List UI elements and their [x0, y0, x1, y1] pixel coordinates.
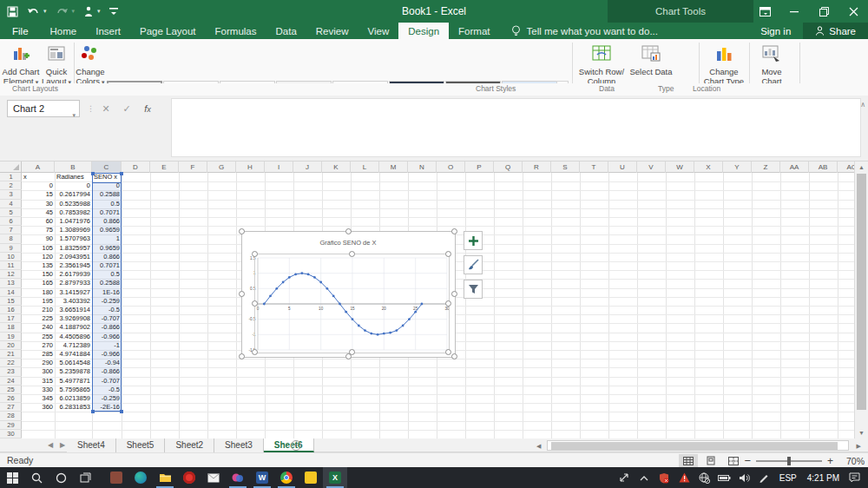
scroll-down-icon[interactable]: ▼	[857, 428, 866, 438]
cell-A6[interactable]: 60	[22, 217, 55, 226]
column-header-A[interactable]: A	[22, 162, 55, 173]
selection-handle[interactable]	[345, 228, 352, 234]
show-hidden-icons-icon[interactable]	[635, 467, 654, 488]
cell-B27[interactable]: 6.2831853	[55, 403, 92, 412]
row-header-19[interactable]: 19	[0, 333, 22, 341]
row-header-11[interactable]: 11	[0, 261, 22, 270]
cell-A23[interactable]: 300	[22, 367, 55, 376]
cell-A20[interactable]: 270	[22, 341, 55, 350]
row-header-21[interactable]: 21	[0, 350, 22, 359]
horizontal-scroll-thumb[interactable]	[551, 442, 838, 450]
row-header-8[interactable]: 8	[0, 234, 22, 243]
column-header-B[interactable]: B	[55, 162, 92, 173]
clock[interactable]: 4:21 PM	[802, 473, 845, 483]
cell-B22[interactable]: 5.0614548	[55, 359, 92, 367]
touch-mode-dropdown-icon[interactable]: ▾	[97, 8, 101, 15]
new-sheet-button[interactable]: +	[291, 440, 301, 451]
row-header-25[interactable]: 25	[0, 386, 22, 394]
row-header-2[interactable]: 2	[0, 181, 22, 190]
page-layout-view-button[interactable]	[701, 454, 720, 467]
cell-B24[interactable]: 5.4977871	[55, 377, 92, 386]
column-header-N[interactable]: N	[408, 162, 437, 173]
row-header-9[interactable]: 9	[0, 244, 22, 253]
row-header-30[interactable]: 30	[0, 430, 22, 439]
cell-B14[interactable]: 3.1415927	[55, 288, 92, 297]
cell-A14[interactable]: 180	[22, 288, 55, 297]
column-header-H[interactable]: H	[236, 162, 265, 173]
scroll-right-icon[interactable]: ▶	[857, 441, 861, 451]
row-header-24[interactable]: 24	[0, 377, 22, 386]
cell-B17[interactable]: 3.9269908	[55, 314, 92, 323]
cell-B11[interactable]: 2.3561945	[55, 261, 92, 270]
undo-dropdown-icon[interactable]: ▾	[43, 8, 47, 15]
start-button[interactable]	[0, 467, 24, 488]
selection-handle[interactable]	[445, 300, 451, 307]
column-header-K[interactable]: K	[322, 162, 351, 173]
remote-desktop-icon[interactable]	[615, 467, 635, 488]
formula-bar-collapse-icon[interactable]: ∧	[860, 101, 865, 109]
row-headers[interactable]: 1234567891011121314151617181920212223242…	[0, 173, 22, 439]
formula-input[interactable]	[171, 98, 861, 157]
column-header-U[interactable]: U	[608, 162, 637, 173]
cell-B4[interactable]: 0.5235988	[55, 200, 92, 208]
column-header-Z[interactable]: Z	[752, 162, 780, 173]
volume-icon[interactable]	[734, 467, 754, 488]
cell-A1[interactable]: x	[22, 173, 55, 181]
cell-B7[interactable]: 1.3089969	[55, 226, 92, 234]
zoom-slider[interactable]	[756, 460, 822, 462]
cell-B21[interactable]: 4.9741884	[55, 350, 92, 359]
column-header-J[interactable]: J	[293, 162, 322, 173]
row-header-22[interactable]: 22	[0, 359, 22, 367]
taskbar-app-paint-3d[interactable]	[226, 467, 250, 488]
cell-A18[interactable]: 240	[22, 323, 55, 332]
tell-me-box[interactable]: Tell me what you want to do...	[511, 23, 658, 39]
cell-B2[interactable]: 0	[55, 181, 92, 190]
zoom-level[interactable]: 70%	[838, 456, 865, 466]
row-header-5[interactable]: 5	[0, 208, 22, 217]
warning-icon[interactable]	[674, 467, 694, 488]
ribbon-tab-format[interactable]: Format	[449, 23, 499, 39]
row-header-17[interactable]: 17	[0, 314, 22, 323]
cell-B15[interactable]: 3.403392	[55, 297, 92, 306]
column-header-F[interactable]: F	[179, 162, 207, 173]
column-header-AA[interactable]: AA	[780, 162, 809, 173]
sheet-tab-sheet6[interactable]: Sheet6	[264, 439, 314, 452]
column-header-R[interactable]: R	[523, 162, 551, 173]
taskbar-app-edge[interactable]	[128, 467, 153, 488]
cell-A19[interactable]: 255	[22, 333, 55, 341]
name-box-dropdown-icon[interactable]: ▾	[72, 107, 76, 123]
pen-icon[interactable]	[754, 467, 774, 488]
column-header-X[interactable]: X	[694, 162, 723, 173]
taskbar-app-word[interactable]: W	[250, 467, 274, 488]
selection-handle[interactable]	[451, 291, 457, 297]
cortana-icon[interactable]	[49, 467, 73, 488]
cell-B13[interactable]: 2.8797933	[55, 279, 92, 287]
battery-icon[interactable]	[714, 467, 734, 488]
cell-A3[interactable]: 15	[22, 190, 55, 199]
ribbon-tab-formulas[interactable]: Formulas	[206, 23, 266, 39]
cell-B26[interactable]: 6.0213859	[55, 394, 92, 403]
cell-A24[interactable]: 315	[22, 377, 55, 386]
cell-B19[interactable]: 4.4505896	[55, 333, 92, 341]
column-headers[interactable]: ABCDEFGHIJKLMNOPQRSTUVWXYZAAABAC	[0, 162, 868, 173]
sheet-nav-left-icon[interactable]: ◀	[48, 441, 53, 449]
cell-B20[interactable]: 4.712389	[55, 341, 92, 350]
close-button[interactable]	[838, 0, 868, 23]
chart-object[interactable]: Gráfico SENO de X1.510.50-0.5-1-1.505101…	[241, 231, 456, 358]
taskbar-app-file-explorer[interactable]	[153, 467, 177, 488]
select-all-corner[interactable]	[0, 162, 22, 173]
row-header-13[interactable]: 13	[0, 279, 22, 287]
cell-A7[interactable]: 75	[22, 226, 55, 234]
cell-B16[interactable]: 3.6651914	[55, 306, 92, 314]
row-header-6[interactable]: 6	[0, 217, 22, 226]
cell-B23[interactable]: 5.2359878	[55, 367, 92, 376]
sheet-tab-sheet4[interactable]: Sheet4	[67, 439, 116, 452]
restore-button[interactable]	[809, 0, 838, 23]
row-header-27[interactable]: 27	[0, 403, 22, 412]
cell-A11[interactable]: 135	[22, 261, 55, 270]
security-shield-icon[interactable]	[654, 467, 674, 488]
ribbon-tab-file[interactable]: File	[0, 23, 41, 39]
action-center-icon[interactable]	[845, 467, 865, 488]
sheet-nav-right-icon[interactable]: ▶	[60, 441, 65, 449]
minimize-button[interactable]	[779, 0, 809, 23]
